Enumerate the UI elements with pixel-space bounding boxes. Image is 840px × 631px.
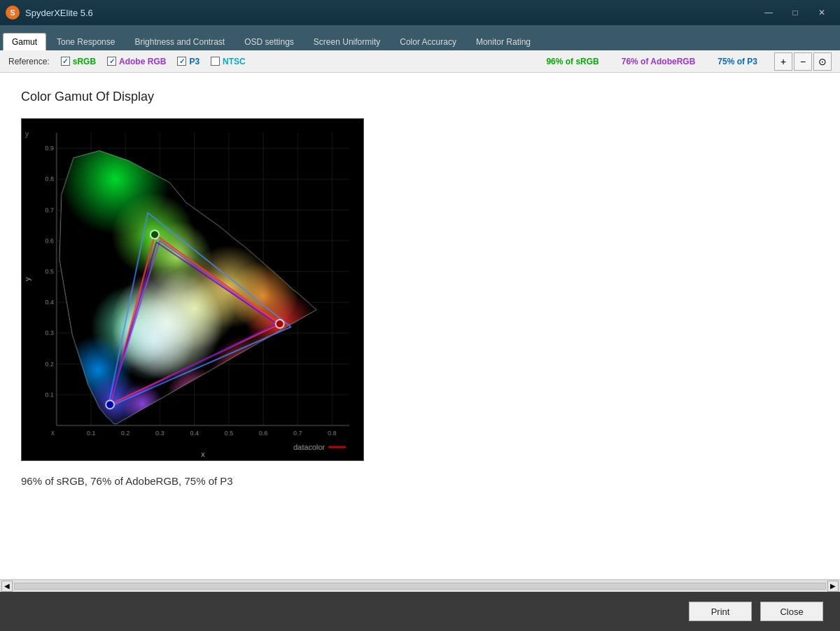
- navbar: Gamut Tone Response Brightness and Contr…: [0, 25, 840, 50]
- zoom-in-button[interactable]: +: [774, 52, 792, 71]
- close-button[interactable]: Close: [760, 602, 823, 621]
- adobe-rgb-checkbox[interactable]: [107, 57, 116, 66]
- scroll-right-button[interactable]: ▶: [827, 581, 839, 592]
- scroll-left-button[interactable]: ◀: [1, 581, 13, 592]
- zoom-out-button[interactable]: −: [794, 52, 812, 71]
- stat-p3: 75% of P3: [718, 57, 757, 66]
- refbar-stats: 96% of sRGB 76% of AdobeRGB 75% of P3: [540, 57, 757, 66]
- reference-bar: Reference: sRGB Adobe RGB P3 NTSC 96% of…: [0, 50, 840, 73]
- section-title: Color Gamut Of Display: [21, 90, 819, 104]
- ntsc-label: NTSC: [223, 57, 246, 66]
- p3-checkbox[interactable]: [177, 57, 186, 66]
- ref-p3: P3: [177, 57, 200, 66]
- ref-adobe-rgb: Adobe RGB: [107, 57, 166, 66]
- zoom-controls: + − ⊙: [774, 52, 832, 71]
- window-controls: — □ ✕: [756, 3, 834, 22]
- app-title: SpyderXElite 5.6: [25, 8, 756, 18]
- p3-label: P3: [189, 57, 200, 66]
- stat-srgb: 96% of sRGB: [546, 57, 598, 66]
- ref-srgb: sRGB: [61, 57, 96, 66]
- minimize-button[interactable]: —: [756, 3, 781, 22]
- tab-brightness-contrast[interactable]: Brightness and Contrast: [125, 33, 234, 50]
- content-panel[interactable]: Color Gamut Of Display 96% of sRGB, 76% …: [0, 73, 840, 579]
- horizontal-scrollbar: ◀ ▶: [0, 579, 840, 592]
- tab-tone-response[interactable]: Tone Response: [48, 33, 124, 50]
- reference-label: Reference:: [8, 57, 50, 66]
- tab-gamut[interactable]: Gamut: [3, 33, 46, 50]
- zoom-reset-button[interactable]: ⊙: [813, 52, 832, 71]
- srgb-checkbox[interactable]: [61, 57, 70, 66]
- cie-diagram: [21, 118, 364, 461]
- ref-ntsc: NTSC: [211, 57, 246, 66]
- tab-monitor-rating[interactable]: Monitor Rating: [467, 33, 540, 50]
- maximize-button[interactable]: □: [783, 3, 808, 22]
- scroll-track[interactable]: [14, 583, 826, 590]
- adobe-rgb-label: Adobe RGB: [119, 57, 166, 66]
- ntsc-checkbox[interactable]: [211, 57, 220, 66]
- footer: Print Close: [0, 592, 840, 631]
- result-text: 96% of sRGB, 76% of AdobeRGB, 75% of P3: [21, 475, 819, 487]
- stat-adobe: 76% of AdobeRGB: [622, 57, 696, 66]
- titlebar: S SpyderXElite 5.6 — □ ✕: [0, 0, 840, 25]
- srgb-label: sRGB: [73, 57, 96, 66]
- tab-color-accuracy[interactable]: Color Accuracy: [391, 33, 465, 50]
- tab-osd-settings[interactable]: OSD settings: [235, 33, 303, 50]
- app-icon: S: [6, 6, 20, 20]
- cie-canvas: [22, 119, 363, 460]
- close-window-button[interactable]: ✕: [809, 3, 834, 22]
- print-button[interactable]: Print: [689, 602, 752, 621]
- tab-screen-uniformity[interactable]: Screen Uniformity: [304, 33, 389, 50]
- main-area: Color Gamut Of Display 96% of sRGB, 76% …: [0, 73, 840, 579]
